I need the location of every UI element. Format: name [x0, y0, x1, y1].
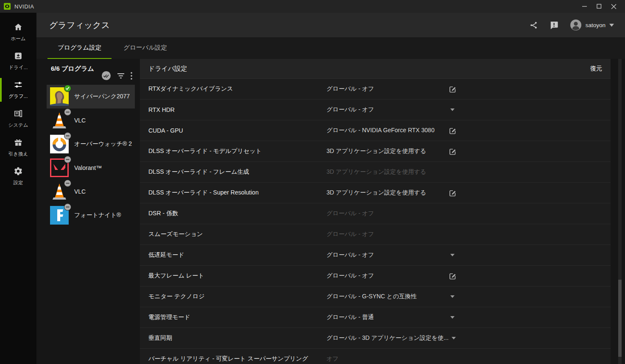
- program-item[interactable]: フォートナイト®: [47, 203, 135, 227]
- edit-icon[interactable]: [447, 272, 458, 280]
- kebab-menu-icon[interactable]: [131, 72, 132, 80]
- tab-global-settings[interactable]: グローバル設定: [113, 37, 177, 59]
- setting-value[interactable]: グローバル - 3D アプリケーション設定を使...: [326, 334, 449, 342]
- app-title: NVIDIA: [14, 3, 34, 10]
- included-check-icon: [64, 85, 71, 92]
- nvidia-app-window: NVIDIA ホームドライ...グラフ...システム引き換え設定 グラフィックス: [0, 0, 625, 364]
- setting-value[interactable]: グローバル - NVIDIA GeForce RTX 3080: [326, 127, 447, 134]
- tab-program-settings[interactable]: プログラム設定: [47, 37, 112, 59]
- settings-rows: RTXダイナミックバイブランスグローバル - オフRTX HDRグローバル - …: [140, 79, 611, 364]
- dropdown-chevron-icon[interactable]: [447, 108, 458, 111]
- sidebar-item-label: 引き換え: [8, 151, 28, 157]
- setting-value[interactable]: グローバル - オフ: [326, 251, 447, 259]
- program-item[interactable]: VLC: [47, 180, 135, 203]
- edit-icon[interactable]: [447, 147, 458, 156]
- gift-icon: [14, 138, 23, 149]
- edit-icon[interactable]: [447, 85, 458, 93]
- setting-value: グローバル - オフ: [326, 210, 447, 217]
- setting-value[interactable]: 3D アプリケーション設定を使用する: [326, 147, 447, 155]
- setting-row: DSR - 係数グローバル - オフ: [140, 203, 611, 224]
- setting-label: DLSS オーバーライド - Super Resolution: [148, 189, 326, 197]
- vlc-thumbnail: [50, 182, 69, 201]
- sidebar-item-graphics[interactable]: グラフ...: [0, 76, 36, 103]
- sidebar-item-redeem[interactable]: 引き換え: [0, 134, 36, 161]
- fortnite-thumbnail: [50, 206, 69, 225]
- sidebar-item-label: ホーム: [11, 36, 25, 42]
- setting-label: DLSS オーバーライド - フレーム生成: [148, 168, 326, 176]
- program-name: サイバーパンク2077: [74, 93, 130, 100]
- minimize-icon[interactable]: [578, 0, 592, 13]
- sidebar-item-settings[interactable]: 設定: [0, 163, 36, 190]
- close-icon[interactable]: [606, 0, 621, 13]
- setting-value[interactable]: グローバル - 普通: [326, 314, 447, 321]
- program-name: VLC: [74, 188, 86, 195]
- setting-row: RTXダイナミックバイブランスグローバル - オフ: [140, 79, 611, 100]
- edit-icon[interactable]: [447, 189, 458, 197]
- sidebar-item-system[interactable]: システム: [0, 105, 36, 132]
- setting-label: バーチャル リアリティ - 可変レート スーパーサンプリング: [148, 355, 326, 363]
- dropdown-chevron-icon[interactable]: [447, 295, 458, 298]
- program-item[interactable]: Valorant™: [47, 156, 135, 180]
- setting-label: 垂直同期: [148, 334, 326, 342]
- program-name: フォートナイト®: [74, 211, 121, 219]
- program-count: 6/6 プログラム: [51, 64, 95, 73]
- gear-icon: [14, 167, 23, 178]
- select-all-check-icon[interactable]: [101, 71, 111, 81]
- cyberpunk-thumbnail: [50, 87, 69, 106]
- share-icon[interactable]: [529, 21, 538, 30]
- tab-bar: プログラム設定 グローバル設定: [36, 37, 625, 59]
- setting-row: スムーズモーショングローバル - オフ: [140, 224, 611, 245]
- maximize-icon[interactable]: [592, 0, 606, 13]
- setting-value[interactable]: グローバル - G-SYNC との互換性: [326, 293, 447, 300]
- program-item[interactable]: オーバーウォッチ® 2: [47, 132, 135, 156]
- excluded-minus-icon: [64, 203, 71, 211]
- dropdown-chevron-icon[interactable]: [449, 337, 459, 339]
- excluded-minus-icon: [64, 156, 71, 163]
- filter-icon[interactable]: [117, 73, 125, 79]
- sidebar-item-drivers[interactable]: ドライ...: [0, 47, 36, 75]
- sidebar-item-label: ドライ...: [9, 64, 28, 71]
- user-menu[interactable]: satoyon: [570, 19, 614, 31]
- program-list: サイバーパンク2077VLCオーバーウォッチ® 2Valorant™VLCフォー…: [47, 85, 135, 227]
- driver-settings-panel: ドライバ設定 復元 RTXダイナミックバイブランスグローバル - オフRTX H…: [140, 59, 611, 364]
- sidebar-item-home[interactable]: ホーム: [0, 19, 36, 46]
- setting-row: 低遅延モードグローバル - オフ: [140, 245, 611, 266]
- setting-value[interactable]: グローバル - オフ: [326, 272, 447, 280]
- setting-label: モニター テクノロジ: [148, 293, 326, 300]
- setting-value[interactable]: グローバル - オフ: [326, 106, 447, 114]
- edit-icon[interactable]: [447, 127, 458, 135]
- program-item[interactable]: VLC: [47, 108, 135, 132]
- setting-value[interactable]: グローバル - オフ: [326, 85, 447, 93]
- setting-label: RTX HDR: [148, 106, 326, 113]
- nvidia-logo-icon: [4, 3, 11, 10]
- feedback-icon[interactable]: [549, 20, 559, 30]
- setting-row: 電源管理モードグローバル - 普通: [140, 307, 611, 328]
- setting-value: オフ: [326, 355, 447, 363]
- page-header: グラフィックス satoyon: [36, 13, 625, 37]
- setting-value: 3D アプリケーション設定を使用する: [326, 168, 447, 176]
- sidebar: ホームドライ...グラフ...システム引き換え設定: [0, 13, 36, 364]
- setting-label: 電源管理モード: [148, 314, 326, 321]
- program-list-panel: 6/6 プログラム サイバーパンク2077VLCオーバーウォッチ® 2Val: [36, 59, 140, 364]
- scrollbar-thumb[interactable]: [618, 280, 622, 357]
- excluded-minus-icon: [64, 108, 71, 116]
- sidebar-item-label: 設定: [14, 180, 23, 186]
- driver-settings-header: ドライバ設定 復元: [140, 59, 611, 79]
- setting-row: DLSS オーバーライド - モデルプリセット3D アプリケーション設定を使用す…: [140, 141, 611, 162]
- dropdown-chevron-icon[interactable]: [447, 254, 458, 256]
- scrollbar-track[interactable]: [618, 59, 622, 364]
- sliders-icon: [14, 80, 23, 91]
- page-title: グラフィックス: [49, 19, 110, 31]
- user-name: satoyon: [586, 22, 605, 28]
- right-gutter: [611, 59, 625, 364]
- program-list-header: 6/6 プログラム: [47, 59, 135, 85]
- overwatch-thumbnail: [50, 135, 69, 153]
- setting-value[interactable]: 3D アプリケーション設定を使用する: [326, 189, 447, 197]
- download-icon: [14, 51, 23, 62]
- dropdown-chevron-icon[interactable]: [447, 316, 458, 319]
- setting-row: 最大フレーム レートグローバル - オフ: [140, 266, 611, 286]
- program-item[interactable]: サイバーパンク2077: [47, 85, 135, 108]
- chevron-down-icon: [609, 24, 614, 27]
- driver-settings-title: ドライバ設定: [148, 65, 187, 73]
- restore-button[interactable]: 復元: [590, 65, 602, 72]
